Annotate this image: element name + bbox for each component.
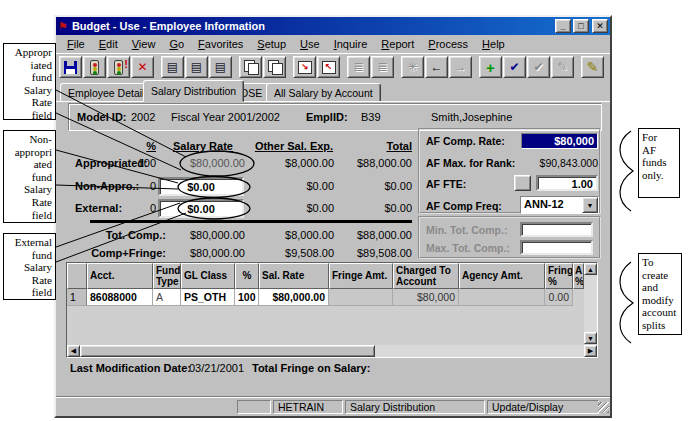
model-id-value: 2002 xyxy=(131,111,155,123)
non-appropriated-salary-rate-field[interactable]: $0.00 xyxy=(158,177,244,196)
grid-cell-sal-rate[interactable]: $80,000.00 xyxy=(259,289,329,306)
drill-down-button[interactable]: ↘ xyxy=(293,56,316,78)
min-max-comp-panel: Min. Tot. Comp.: Max. Tot. Comp.: xyxy=(418,216,601,259)
col-header-total: Total xyxy=(332,140,412,152)
last-modification-label: Last Modification Date: xyxy=(70,362,191,374)
menu-favorites[interactable]: Favorites xyxy=(191,36,250,52)
grid-vertical-scrollbar[interactable]: ▲ ▼ xyxy=(584,263,597,344)
external-salary-rate-field[interactable]: $0.00 xyxy=(158,199,244,218)
alert-mark: ! xyxy=(124,59,128,70)
insert-row-before-button[interactable]: ▤ xyxy=(161,56,184,78)
grid-cell-fund-type[interactable]: A xyxy=(153,289,181,306)
grid-header-sal-rate: Sal. Rate xyxy=(259,263,329,289)
appropriated-pct: 100 xyxy=(96,157,156,169)
toolbar: ! ✕ ▤ ▤ ▤ ↘ ↖ ≣ ≣ ✳ ← → + ✔ ✔ ✎ ✎ xyxy=(56,53,610,80)
dropdown-arrow-icon[interactable]: ▼ xyxy=(582,197,598,213)
tab-bar: Employee Details Salary Distribution OSE… xyxy=(56,80,610,101)
non-appropriated-other: $0.00 xyxy=(254,180,334,192)
comp-fringe-other: $9,508.00 xyxy=(254,247,334,259)
grid-header-acct: Acct. xyxy=(87,263,153,289)
row-next-button[interactable]: ≣ xyxy=(371,56,394,78)
edit-button[interactable]: ✎ xyxy=(551,56,574,78)
title-bar: ⚑ Budget - Use - Employee Information _ … xyxy=(56,17,610,35)
window-title: Budget - Use - Employee Information xyxy=(72,20,265,32)
scroll-right-icon[interactable]: ▶ xyxy=(584,345,597,357)
maximize-button[interactable]: □ xyxy=(573,19,589,33)
grid-cell-acct[interactable]: 86088000 xyxy=(87,289,153,306)
forward-button[interactable]: → xyxy=(449,56,472,78)
comp-fringe-salary-rate: $80,000.00 xyxy=(161,247,245,259)
max-tot-comp-label: Max. Tot. Comp.: xyxy=(426,242,510,254)
back-button[interactable]: ← xyxy=(425,56,448,78)
row-next-icon: ≣ xyxy=(377,61,387,73)
grid-header-agency-amt: Agency Amt. xyxy=(459,263,545,289)
drill-up-button[interactable]: ↖ xyxy=(317,56,340,78)
menu-inquire[interactable]: Inquire xyxy=(327,36,375,52)
non-appropriated-pct: 0 xyxy=(96,180,156,192)
col-header-pct: % xyxy=(96,140,156,152)
confirm-alt-button[interactable]: ✔ xyxy=(527,56,550,78)
scroll-down-icon[interactable]: ▼ xyxy=(584,332,597,344)
af-fte-button[interactable] xyxy=(514,175,531,191)
grid-horizontal-scrollbar[interactable]: ◀ ▶ xyxy=(67,345,597,357)
tab-salary-distribution[interactable]: Salary Distribution xyxy=(143,80,244,102)
minimize-button[interactable]: _ xyxy=(555,19,571,33)
last-modification-value: 03/21/2001 xyxy=(189,362,244,374)
pen-icon: ✎ xyxy=(587,60,599,74)
menu-go[interactable]: Go xyxy=(162,36,191,52)
grid-cell-gl-class[interactable]: PS_OTH xyxy=(181,289,235,306)
scroll-left-icon[interactable]: ◀ xyxy=(67,345,80,357)
tot-comp-label: Tot. Comp.: xyxy=(74,229,166,241)
tab-all-salary-by-account[interactable]: All Salary by Account xyxy=(266,83,381,102)
menu-edit[interactable]: Edit xyxy=(92,36,125,52)
resize-grip[interactable] xyxy=(598,402,609,413)
traffic-light-button[interactable] xyxy=(83,56,106,78)
add-button[interactable]: + xyxy=(479,56,502,78)
salary-distribution-panel: Model ID: 2002 Fiscal Year 2001/2002 Emp… xyxy=(56,101,610,396)
insert-row-after-button[interactable]: ▤ xyxy=(185,56,208,78)
list-view-button[interactable]: ▤ xyxy=(209,56,232,78)
close-button[interactable]: ✕ xyxy=(592,19,608,33)
copy-page-alt-button[interactable] xyxy=(263,56,286,78)
scroll-up-icon[interactable]: ▲ xyxy=(584,263,597,275)
menu-use[interactable]: Use xyxy=(293,36,327,52)
grid-header-fringe-amt: Fringe Amt. xyxy=(329,263,393,289)
af-panel-brace xyxy=(620,131,633,211)
copy-page-alt-icon xyxy=(268,60,282,74)
af-comp-freq-dropdown[interactable]: ANN-12 ▼ xyxy=(520,196,599,214)
af-comp-rate-field[interactable]: $80,000 xyxy=(521,133,598,149)
menu-setup[interactable]: Setup xyxy=(250,36,293,52)
pen-button[interactable]: ✎ xyxy=(581,56,604,78)
grid-header-rownum xyxy=(67,263,87,289)
screenshot-stage: ⚑ Budget - Use - Employee Information _ … xyxy=(0,0,688,421)
refresh-icon: ✳ xyxy=(407,61,417,73)
menu-help[interactable]: Help xyxy=(475,36,512,52)
status-cell-page: Salary Distribution xyxy=(345,400,485,414)
refresh-button[interactable]: ✳ xyxy=(401,56,424,78)
copy-page-button[interactable] xyxy=(239,56,262,78)
save-button[interactable] xyxy=(59,56,82,78)
menu-view[interactable]: View xyxy=(125,36,163,52)
grid-header-gl-class: GL Class xyxy=(181,263,235,289)
menu-report[interactable]: Report xyxy=(374,36,421,52)
row-prev-button[interactable]: ≣ xyxy=(347,56,370,78)
scrollbar-thumb[interactable] xyxy=(80,345,375,357)
grid-header-a-pct: A % xyxy=(573,263,584,289)
note-appropriated-fund: Appropr iated fund Salary Rate field xyxy=(3,43,56,120)
min-tot-comp-field[interactable] xyxy=(520,222,593,237)
forward-icon: → xyxy=(455,61,467,73)
splits-grid-brace xyxy=(620,262,633,343)
confirm-button[interactable]: ✔ xyxy=(503,56,526,78)
menu-file[interactable]: File xyxy=(60,36,92,52)
grid-cell-pct[interactable]: 100 xyxy=(235,289,259,306)
af-fte-field[interactable]: 1.00 xyxy=(536,175,598,191)
menu-process[interactable]: Process xyxy=(421,36,475,52)
app-window: ⚑ Budget - Use - Employee Information _ … xyxy=(54,15,612,418)
tot-comp-salary-rate: $80,000.00 xyxy=(161,229,245,241)
delete-button[interactable]: ✕ xyxy=(131,56,154,78)
employee-header-strip: Model ID: 2002 Fiscal Year 2001/2002 Emp… xyxy=(68,103,602,131)
max-tot-comp-field[interactable] xyxy=(520,240,593,255)
traffic-light-alert-button[interactable]: ! xyxy=(107,56,130,78)
appropriated-other: $8,000.00 xyxy=(254,157,334,169)
status-cell-mode: Update/Display xyxy=(487,400,599,414)
